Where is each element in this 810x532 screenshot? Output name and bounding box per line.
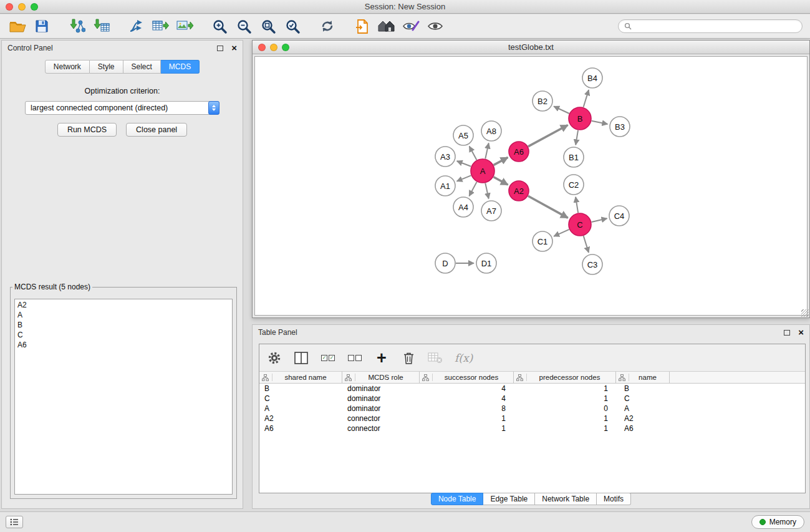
- task-history-button[interactable]: [6, 516, 23, 528]
- import-network-button[interactable]: [65, 16, 88, 36]
- network-graph[interactable]: B4B2BB3A5A8A6A3B1AA1C2A2A4A7C4CC1C3DD1: [255, 57, 808, 317]
- tab-network[interactable]: Network: [45, 60, 90, 74]
- graph-node-B4[interactable]: B4: [582, 68, 602, 88]
- mcds-result-item[interactable]: A: [15, 310, 232, 320]
- export-image-button[interactable]: [173, 16, 196, 36]
- graph-node-A4[interactable]: A4: [453, 197, 473, 217]
- table-row[interactable]: A6connector11A6: [259, 423, 805, 433]
- close-table-panel-icon[interactable]: ×: [798, 328, 804, 337]
- float-panel-icon[interactable]: [217, 46, 223, 51]
- mcds-result-item[interactable]: C: [15, 330, 232, 340]
- graph-edge-C-C3[interactable]: [584, 236, 589, 253]
- graph-edge-A6-B[interactable]: [528, 125, 568, 147]
- graph-node-B1[interactable]: B1: [564, 147, 584, 167]
- clone-network-button[interactable]: [125, 16, 147, 36]
- graph-edge-A-A1[interactable]: [457, 175, 471, 181]
- graph-edge-B-B4[interactable]: [584, 90, 589, 107]
- graph-edge-B-B2[interactable]: [554, 107, 569, 114]
- graph-edge-A-A2[interactable]: [494, 177, 508, 185]
- document-button[interactable]: [351, 16, 374, 36]
- graph-node-B[interactable]: B: [569, 107, 591, 130]
- show-columns-button[interactable]: [294, 349, 309, 367]
- run-mcds-button[interactable]: Run MCDS: [57, 123, 117, 137]
- table-row[interactable]: Cdominator41C: [259, 394, 805, 404]
- graph-node-B3[interactable]: B3: [610, 117, 630, 137]
- deselect-all-button[interactable]: [347, 349, 362, 367]
- mcds-result-item[interactable]: A6: [15, 340, 232, 350]
- column-header-successor-nodes[interactable]: successor nodes: [420, 372, 514, 383]
- column-header-shared-name[interactable]: shared name: [259, 372, 342, 383]
- graph-edge-B-B3[interactable]: [592, 121, 608, 124]
- mcds-result-item[interactable]: A2: [15, 300, 232, 310]
- zoom-network-icon[interactable]: [282, 44, 289, 51]
- add-column-button[interactable]: +: [374, 349, 389, 367]
- graph-node-A8[interactable]: A8: [481, 121, 501, 141]
- graph-node-A[interactable]: A: [471, 159, 494, 183]
- graph-node-C3[interactable]: C3: [582, 254, 602, 274]
- select-all-button[interactable]: ✓ ✓: [321, 349, 335, 367]
- tab-style[interactable]: Style: [90, 60, 123, 74]
- network-window-titlebar[interactable]: testGlobe.txt: [253, 41, 809, 54]
- optimization-criterion-dropdown[interactable]: largest connected component (directed): [25, 101, 219, 115]
- graph-node-A3[interactable]: A3: [435, 147, 455, 167]
- save-session-button[interactable]: [31, 16, 53, 36]
- graph-node-A2[interactable]: A2: [509, 181, 529, 201]
- tab-motifs[interactable]: Motifs: [597, 493, 631, 505]
- tab-select[interactable]: Select: [123, 60, 161, 74]
- import-table-button[interactable]: [90, 16, 112, 36]
- graph-edge-A-A8[interactable]: [485, 143, 488, 159]
- open-session-button[interactable]: [6, 16, 29, 36]
- table-settings-button[interactable]: [267, 349, 282, 367]
- graph-edge-B-B1[interactable]: [576, 130, 578, 145]
- graph-node-A6[interactable]: A6: [509, 142, 529, 162]
- graph-node-C4[interactable]: C4: [609, 206, 629, 226]
- dropdown-spinner-icon[interactable]: [208, 101, 219, 115]
- annotation-button[interactable]: [400, 16, 422, 36]
- home-button[interactable]: [375, 16, 398, 36]
- delete-table-button[interactable]: [428, 349, 443, 367]
- zoom-out-button[interactable]: [233, 16, 255, 36]
- tab-mcds[interactable]: MCDS: [161, 60, 200, 74]
- graph-edge-A-A7[interactable]: [485, 183, 488, 199]
- mcds-result-item[interactable]: B: [15, 320, 232, 330]
- close-network-icon[interactable]: [258, 44, 266, 51]
- graph-node-D1[interactable]: D1: [476, 253, 496, 273]
- column-header-mcds-role[interactable]: MCDS role: [342, 372, 420, 383]
- graph-node-C[interactable]: C: [569, 213, 591, 236]
- table-row[interactable]: Adominator80A: [259, 404, 805, 414]
- minimize-network-icon[interactable]: [270, 44, 277, 51]
- refresh-layout-button[interactable]: [316, 16, 339, 36]
- zoom-fit-button[interactable]: [257, 16, 279, 36]
- tab-edge-table[interactable]: Edge Table: [483, 493, 535, 505]
- zoom-in-button[interactable]: [208, 16, 231, 36]
- column-header-predecessor-nodes[interactable]: predecessor nodes: [514, 372, 616, 383]
- show-hide-details-button[interactable]: [424, 16, 446, 36]
- graph-edge-C-C4[interactable]: [592, 218, 607, 222]
- mcds-result-list[interactable]: A2ABCA6: [14, 299, 233, 495]
- graph-edge-A-A5[interactable]: [470, 147, 477, 160]
- graph-node-B2[interactable]: B2: [533, 91, 552, 111]
- graph-node-D[interactable]: D: [435, 253, 455, 273]
- delete-column-button[interactable]: [401, 349, 416, 367]
- table-row[interactable]: A2connector11A2: [259, 414, 805, 423]
- tab-node-table[interactable]: Node Table: [431, 493, 484, 505]
- tab-network-table[interactable]: Network Table: [535, 493, 597, 505]
- graph-edge-A-A3[interactable]: [457, 161, 471, 167]
- network-canvas[interactable]: B4B2BB3A5A8A6A3B1AA1C2A2A4A7C4CC1C3DD1: [254, 56, 808, 316]
- zoom-selected-button[interactable]: [281, 16, 304, 36]
- export-table-button[interactable]: [149, 16, 171, 36]
- table-row[interactable]: Bdominator41B: [259, 384, 805, 394]
- close-panel-button[interactable]: Close panel: [126, 123, 187, 137]
- graph-edge-A2-C[interactable]: [528, 196, 568, 218]
- resize-handle[interactable]: [801, 309, 809, 317]
- close-panel-icon[interactable]: ×: [231, 44, 237, 52]
- graph-edge-C-C2[interactable]: [576, 197, 578, 213]
- graph-node-C1[interactable]: C1: [533, 231, 552, 251]
- column-header-name[interactable]: name: [616, 372, 670, 383]
- graph-node-A7[interactable]: A7: [481, 201, 501, 221]
- graph-edge-A-A4[interactable]: [469, 182, 476, 196]
- memory-button[interactable]: Memory: [751, 515, 804, 529]
- graph-edge-C-C1[interactable]: [554, 230, 569, 236]
- graph-node-A5[interactable]: A5: [453, 125, 473, 145]
- search-input[interactable]: [635, 22, 796, 31]
